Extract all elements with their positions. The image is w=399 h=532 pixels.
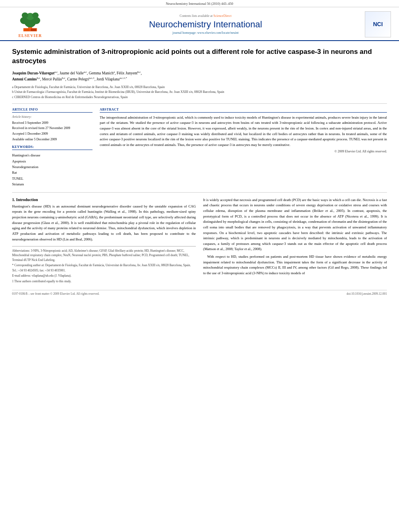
svg-rect-9 — [31, 29, 36, 31]
author-pelegri-prefix: , Carme Pelegrí — [65, 77, 89, 81]
keyword-1: Huntington's disease — [12, 152, 93, 158]
abstract-col: ABSTRACT The intraperitoneal administrat… — [100, 108, 387, 187]
author-sup2: a,c — [84, 70, 87, 74]
bottom-strip: 0197-0186/$ – see front matter © 2009 El… — [12, 290, 387, 296]
affiliation-a: a Departament de Fisiologia, Facultat de… — [12, 85, 387, 90]
keywords-label: Keywords: — [12, 145, 93, 150]
footnotes: Abbreviations: 3-NPA, 3-Nitropropionic a… — [12, 246, 196, 283]
sciencedirect-line: Contents lists available at ScienceDirec… — [52, 14, 359, 18]
date-received: Received 3 September 2009 — [12, 120, 93, 126]
elsevier-tree-icon — [16, 10, 44, 33]
body-col-left: 1. Introduction Huntington's disease (HD… — [12, 197, 196, 284]
keyword-6: Striatum — [12, 181, 93, 187]
homepage-label: journal homepage: — [173, 31, 197, 35]
accepted-text: Accepted 1 December 2009 — [12, 131, 48, 137]
journal-title: Neurochemistry International — [52, 19, 359, 30]
info-abstract-section: ARTICLE INFO Article history: Received 3… — [12, 108, 387, 187]
affiliation-b: b Unitat de Farmacologia i Farmacognòsia… — [12, 90, 387, 94]
intro-para2: It is widely accepted that necrosis and … — [203, 197, 387, 252]
section-divider — [12, 192, 387, 193]
available-text: Available online 5 December 2009 — [12, 137, 57, 142]
intro-title: Introduction — [16, 197, 38, 202]
elsevier-logo-area: ELSEVIER — [8, 10, 52, 38]
elsevier-logo: ELSEVIER — [8, 10, 52, 38]
body-col-right: It is widely accepted that necrosis and … — [203, 197, 387, 284]
footnote-note1: 1 These authors contributed equally to t… — [12, 279, 196, 283]
intro-body-left: Huntington's disease (HD) is an autosoma… — [12, 204, 196, 242]
article-title: Systemic administration of 3-nitropropio… — [12, 47, 387, 66]
issn-text: 0197-0186/$ – see front matter © 2009 El… — [12, 292, 99, 296]
date-available: Available online 5 December 2009 — [12, 137, 93, 142]
journal-header: ELSEVIER Contents lists available at Sci… — [0, 7, 399, 41]
author-manich-prefix: , Gemma Manich — [87, 71, 113, 75]
revised-text: Received in revised form 27 November 200… — [12, 125, 70, 131]
body-two-col: 1. Introduction Huntington's disease (HD… — [12, 197, 387, 284]
history-label: Article history: — [12, 115, 93, 119]
abstract-title: ABSTRACT — [100, 108, 387, 113]
author-sup8: a,c,1,* — [119, 76, 127, 80]
elsevier-label: ELSEVIER — [19, 33, 42, 38]
date-accepted: Accepted 1 December 2009 — [12, 131, 93, 137]
nci-label-text: NCI — [373, 21, 383, 27]
authors-line: Joaquim Duran-Vilareguta,c, Jaume del Va… — [12, 70, 387, 82]
intro-heading: 1. Introduction — [12, 197, 196, 202]
nci-logo: NCI — [365, 11, 391, 37]
sciencedirect-link-text: ScienceDirect — [214, 14, 232, 18]
abstract-body: The intraperitoneal administration of 3-… — [100, 115, 387, 148]
homepage-url: www.elsevier.com/locate/neuint — [197, 31, 239, 35]
article-dates: Received 3 September 2009 Received in re… — [12, 120, 93, 142]
author-vilaplana-prefix: , Jordi Vilaplana — [95, 77, 119, 81]
keywords-section: Keywords: Huntington's disease Apoptosis… — [12, 145, 93, 187]
body-section: 1. Introduction Huntington's disease (HD… — [12, 197, 387, 284]
keyword-3: Neurodegeneration — [12, 164, 93, 170]
author-pallas-prefix: , Mercè Pallàs — [40, 77, 62, 81]
author-junyent-prefix: , Fèlix Junyent — [115, 71, 137, 75]
journal-citation: Neurochemistry International 56 (2010) 4… — [0, 0, 399, 7]
affiliation-c: c CIBERNED Centros de Biomedicina en Red… — [12, 95, 387, 100]
affiliations: a Departament de Fisiologia, Facultat de… — [12, 85, 387, 100]
author-sup5: b,c — [37, 76, 40, 80]
svg-point-6 — [32, 12, 39, 18]
journal-citation-text: Neurochemistry International 56 (2010) 4… — [166, 2, 233, 6]
journal-info-center: Contents lists available at ScienceDirec… — [52, 14, 359, 35]
article-info-title: ARTICLE INFO — [12, 108, 93, 113]
journal-homepage: journal homepage: www.elsevier.com/locat… — [52, 31, 359, 35]
doi-text: doi:10.1016/j.neuint.2009.12.001 — [347, 292, 387, 296]
nci-logo-area: NCI — [359, 11, 391, 37]
svg-rect-8 — [24, 29, 30, 31]
keyword-2: Apoptosis — [12, 158, 93, 164]
footnote-corresponding: * Corresponding author at: Departament d… — [12, 263, 196, 267]
intro-para1: Huntington's disease (HD) is an autosoma… — [12, 204, 196, 242]
intro-body-right: It is widely accepted that necrosis and … — [203, 197, 387, 276]
footnote-tel: Tel.: +34 93 4024505; fax: +34 93 403590… — [12, 268, 196, 273]
contents-text: Contents lists available at — [180, 14, 213, 18]
intro-number: 1. — [12, 197, 15, 202]
article-title-section: Systemic administration of 3-nitropropio… — [12, 41, 387, 104]
author-sup7: a,c,1 — [89, 76, 95, 80]
author-del-valle-prefix: , Jaume del Valle — [58, 71, 84, 75]
date-revised: Received in revised form 27 November 200… — [12, 125, 93, 131]
email-label: E-mail address: — [12, 274, 31, 277]
svg-point-5 — [22, 12, 28, 18]
email-value: vilaplana@ub.edu (J. Vilaplana). — [32, 274, 72, 277]
received-text: Received 3 September 2009 — [12, 120, 48, 126]
keyword-4: Rat — [12, 170, 93, 175]
author-duran: Joaquim Duran-Vilaregut — [12, 71, 54, 75]
intro-para3: With respect to HD, studies performed on… — [203, 254, 387, 276]
keyword-5: TUNEL — [12, 176, 93, 181]
author-sup4: b,c — [138, 70, 141, 74]
main-content: Systemic administration of 3-nitropropio… — [0, 41, 399, 296]
article-info-col: ARTICLE INFO Article history: Received 3… — [12, 108, 93, 187]
author-camins: Antoni Camins — [12, 77, 37, 81]
copyright-line: © 2009 Elsevier Ltd. All rights reserved… — [100, 150, 387, 153]
footnote-abbreviations: Abbreviations: 3-NPA, 3-Nitropropionic a… — [12, 249, 196, 262]
footnote-email: E-mail address: vilaplana@ub.edu (J. Vil… — [12, 273, 196, 278]
